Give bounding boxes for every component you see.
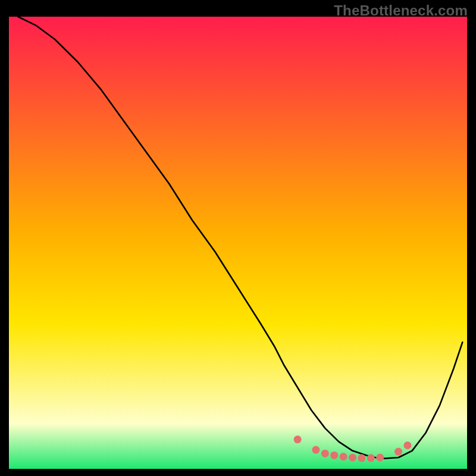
watermark-text: TheBottleneck.com <box>334 2 468 19</box>
chart-stage: TheBottleneck.com <box>0 0 476 476</box>
optimum-dot <box>349 454 356 462</box>
optimum-dot <box>367 454 375 462</box>
optimum-dot <box>312 446 320 454</box>
optimum-dot <box>321 450 329 458</box>
optimum-dot <box>340 453 347 461</box>
heat-gradient <box>9 17 467 469</box>
bottleneck-chart <box>0 0 476 476</box>
optimum-dot <box>358 454 365 462</box>
optimum-dot <box>330 452 338 459</box>
optimum-dot <box>376 454 384 462</box>
optimum-dot <box>403 441 411 449</box>
optimum-dot <box>294 436 302 443</box>
optimum-dot <box>394 448 402 456</box>
